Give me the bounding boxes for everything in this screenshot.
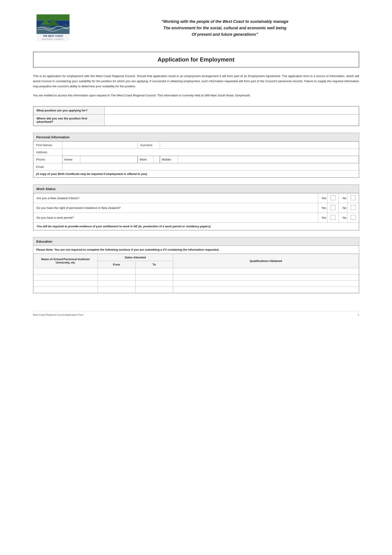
personal-table: First Names Surname Address: Phone: Home… xyxy=(33,141,359,178)
residence-question: Do you have the right of permanent resid… xyxy=(33,203,318,213)
svg-text:THE WEST COAST: THE WEST COAST xyxy=(43,35,63,37)
edu-header-row-1: Name of School/Technical Institute/ Univ… xyxy=(33,254,359,261)
names-row: First Names Surname xyxy=(33,141,359,148)
edu-qualifications-header: Qualifications Obtained xyxy=(173,254,359,268)
edu-qual-4[interactable] xyxy=(173,287,359,293)
citizen-question: Are you a New Zealand Citizen? xyxy=(33,193,318,203)
edu-from-4[interactable] xyxy=(98,287,135,293)
permit-yes-label: Yes xyxy=(318,213,327,222)
surname-input[interactable] xyxy=(160,141,359,148)
intro-paragraph-1: This is an application for employment wi… xyxy=(33,74,359,89)
council-logo: THE WEST COAST REGIONAL COUNCIL xyxy=(33,13,73,42)
advertised-input[interactable] xyxy=(104,114,359,126)
birth-cert-note: (A copy of your Birth Certificate may be… xyxy=(33,170,359,177)
edu-school-1[interactable] xyxy=(33,268,98,274)
residence-yes-label: Yes xyxy=(318,203,327,213)
position-label: What position are you applying for? xyxy=(33,106,104,114)
edu-data-row-3 xyxy=(33,280,359,287)
edu-qual-2[interactable] xyxy=(173,274,359,280)
work-warning-text: You will be required to provide evidence… xyxy=(33,222,359,230)
header-tagline: “Working with the people of the West Coa… xyxy=(82,18,359,37)
birth-cert-row: (A copy of your Birth Certificate may be… xyxy=(33,170,359,177)
position-row: What position are you applying for? xyxy=(33,106,359,114)
work-status-table: Are you a New Zealand Citizen? Yes No Do… xyxy=(33,193,359,230)
page-footer: West Coast Regional Council Application … xyxy=(33,311,359,316)
position-table: What position are you applying for? Wher… xyxy=(33,106,359,126)
permit-no-checkbox[interactable] xyxy=(347,213,359,222)
advertised-row: Where did you see the position first adv… xyxy=(33,114,359,126)
residence-no-label: No xyxy=(339,203,347,213)
edu-school-3[interactable] xyxy=(33,280,98,287)
edu-from-2[interactable] xyxy=(98,274,135,280)
edu-qual-3[interactable] xyxy=(173,280,359,287)
edu-data-row-1 xyxy=(33,268,359,274)
email-input[interactable] xyxy=(62,163,359,170)
work-warning-row: You will be required to provide evidence… xyxy=(33,222,359,230)
position-input[interactable] xyxy=(104,106,359,114)
permit-no-label: No xyxy=(339,213,347,222)
edu-to-3[interactable] xyxy=(135,280,173,287)
edu-school-2[interactable] xyxy=(33,274,98,280)
edu-data-row-2 xyxy=(33,274,359,280)
personal-section-header: Personal Information xyxy=(33,133,359,141)
education-note: Please Note: You are not required to com… xyxy=(33,246,359,254)
personal-section: Personal Information First Names Surname… xyxy=(33,133,359,178)
home-input[interactable] xyxy=(80,156,137,163)
phone-row: Phone: Home: Work: xyxy=(33,156,359,163)
citizen-no-checkbox[interactable] xyxy=(347,193,359,203)
edu-dates-header: Dates Attended xyxy=(98,254,173,261)
position-section: What position are you applying for? Wher… xyxy=(33,106,359,126)
title-box: Application for Employment xyxy=(33,52,359,67)
mobile-input[interactable] xyxy=(178,156,358,163)
edu-from-3[interactable] xyxy=(98,280,135,287)
edu-from-header: From xyxy=(98,261,135,268)
intro-paragraph-2: You are entitled to access this informat… xyxy=(33,93,359,98)
surname-label: Surname xyxy=(137,141,160,148)
footer-left: West Coast Regional Council Application … xyxy=(33,314,84,316)
footer-right: 1 xyxy=(358,314,359,316)
work-label: Work: xyxy=(138,156,153,163)
logo-area: THE WEST COAST REGIONAL COUNCIL xyxy=(33,13,82,43)
edu-qual-1[interactable] xyxy=(173,268,359,274)
first-names-label: First Names xyxy=(33,141,62,148)
edu-school-4[interactable] xyxy=(33,287,98,293)
edu-to-header: To xyxy=(135,261,173,268)
page-header: THE WEST COAST REGIONAL COUNCIL “Working… xyxy=(33,13,359,43)
citizen-yes-checkbox[interactable] xyxy=(327,193,339,203)
page-title: Application for Employment xyxy=(34,56,359,63)
email-label: Email: xyxy=(33,163,62,170)
work-input[interactable] xyxy=(153,156,159,163)
svg-text:REGIONAL COUNCIL: REGIONAL COUNCIL xyxy=(42,38,64,40)
address-label: Address: xyxy=(33,148,62,156)
residence-no-checkbox[interactable] xyxy=(347,203,359,213)
citizen-row: Are you a New Zealand Citizen? Yes No xyxy=(33,193,359,203)
permit-question: Do you have a work permit? xyxy=(33,213,318,222)
permit-yes-checkbox[interactable] xyxy=(327,213,339,222)
phone-label: Phone: xyxy=(33,156,62,163)
address-row: Address: xyxy=(33,148,359,156)
first-names-input[interactable] xyxy=(62,141,137,148)
edu-from-1[interactable] xyxy=(98,268,135,274)
permit-row: Do you have a work permit? Yes No xyxy=(33,213,359,222)
edu-to-4[interactable] xyxy=(135,287,173,293)
home-label: Home: xyxy=(62,156,80,163)
work-status-header: Work Status xyxy=(33,185,359,193)
citizen-no-label: No xyxy=(339,193,347,203)
residence-yes-checkbox[interactable] xyxy=(327,203,339,213)
education-table: Name of School/Technical Institute/ Univ… xyxy=(33,254,359,293)
education-note-text: Please Note: You are not required to com… xyxy=(36,248,219,251)
advertised-label: Where did you see the position first adv… xyxy=(33,114,104,126)
work-status-section: Work Status Are you a New Zealand Citize… xyxy=(33,184,359,230)
address-input[interactable] xyxy=(62,148,359,156)
residence-row: Do you have the right of permanent resid… xyxy=(33,203,359,213)
edu-data-row-4 xyxy=(33,287,359,293)
citizen-yes-label: Yes xyxy=(318,193,327,203)
edu-col1-header: Name of School/Technical Institute/ Univ… xyxy=(33,254,98,268)
education-header: Education xyxy=(33,237,359,246)
education-section: Education Please Note: You are not requi… xyxy=(33,237,359,293)
edu-to-2[interactable] xyxy=(135,274,173,280)
edu-to-1[interactable] xyxy=(135,268,173,274)
mobile-label: Mobile: xyxy=(160,156,178,163)
email-row: Email: xyxy=(33,163,359,170)
